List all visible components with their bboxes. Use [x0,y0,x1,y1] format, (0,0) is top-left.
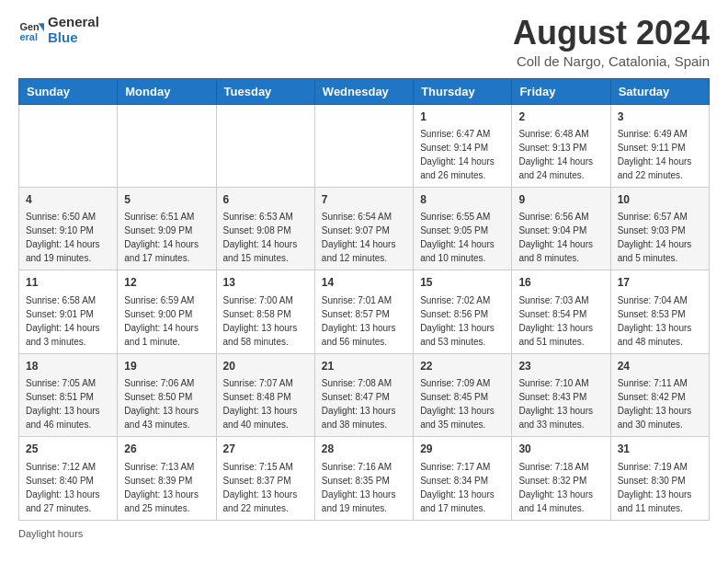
day-number: 9 [518,192,603,208]
header-cell-friday: Friday [512,78,610,104]
day-number: 19 [124,359,209,374]
week-row-0: 1Sunrise: 6:47 AM Sunset: 9:14 PM Daylig… [19,104,710,187]
day-info: Sunrise: 7:06 AM Sunset: 8:50 PM Dayligh… [124,376,209,431]
day-info: Sunrise: 6:51 AM Sunset: 9:09 PM Dayligh… [124,210,209,265]
day-number: 3 [618,109,702,125]
day-info: Sunrise: 6:59 AM Sunset: 9:00 PM Dayligh… [124,293,209,349]
day-info: Sunrise: 7:12 AM Sunset: 8:40 PM Dayligh… [26,460,110,515]
header-cell-thursday: Thursday [414,78,512,104]
day-cell: 26Sunrise: 7:13 AM Sunset: 8:39 PM Dayli… [118,437,216,520]
day-cell: 8Sunrise: 6:55 AM Sunset: 9:05 PM Daylig… [414,187,512,270]
header-cell-saturday: Saturday [610,78,709,104]
day-cell: 17Sunrise: 7:04 AM Sunset: 8:53 PM Dayli… [610,270,709,353]
day-info: Sunrise: 7:11 AM Sunset: 8:42 PM Dayligh… [618,376,702,431]
day-number: 18 [26,359,110,374]
week-row-2: 11Sunrise: 6:58 AM Sunset: 9:01 PM Dayli… [19,270,710,353]
day-number: 16 [518,275,603,291]
header-cell-sunday: Sunday [19,78,118,104]
day-cell [314,104,413,187]
day-number: 5 [124,192,209,208]
day-number: 13 [223,275,308,291]
logo-line2: Blue [48,30,99,46]
day-cell: 31Sunrise: 7:19 AM Sunset: 8:30 PM Dayli… [610,437,709,520]
day-info: Sunrise: 7:10 AM Sunset: 8:43 PM Dayligh… [518,376,603,431]
day-cell: 24Sunrise: 7:11 AM Sunset: 8:42 PM Dayli… [610,353,709,436]
day-info: Sunrise: 7:02 AM Sunset: 8:56 PM Dayligh… [420,293,505,349]
day-number: 7 [322,192,406,208]
day-cell: 18Sunrise: 7:05 AM Sunset: 8:51 PM Dayli… [19,353,118,436]
day-cell: 27Sunrise: 7:15 AM Sunset: 8:37 PM Dayli… [216,437,314,520]
day-number: 29 [420,442,505,457]
day-cell: 15Sunrise: 7:02 AM Sunset: 8:56 PM Dayli… [414,270,512,353]
header-cell-wednesday: Wednesday [314,78,413,104]
footer-note: Daylight hours [18,528,710,539]
logo-icon: Gen eral [18,17,44,43]
day-number: 4 [26,192,110,208]
day-info: Sunrise: 6:50 AM Sunset: 9:10 PM Dayligh… [26,210,110,265]
day-info: Sunrise: 6:49 AM Sunset: 9:11 PM Dayligh… [618,127,702,182]
header-cell-tuesday: Tuesday [216,78,314,104]
day-cell: 13Sunrise: 7:00 AM Sunset: 8:58 PM Dayli… [216,270,314,353]
title-block: August 2024 Coll de Nargo, Catalonia, Sp… [513,15,710,69]
day-cell: 28Sunrise: 7:16 AM Sunset: 8:35 PM Dayli… [314,437,413,520]
day-info: Sunrise: 7:17 AM Sunset: 8:34 PM Dayligh… [420,460,505,515]
calendar-table: SundayMondayTuesdayWednesdayThursdayFrid… [18,78,710,521]
day-info: Sunrise: 7:18 AM Sunset: 8:32 PM Dayligh… [518,460,603,515]
day-number: 31 [618,442,702,457]
day-number: 6 [223,192,308,208]
svg-text:eral: eral [20,30,38,41]
day-info: Sunrise: 6:58 AM Sunset: 9:01 PM Dayligh… [26,293,110,349]
day-number: 24 [618,359,702,374]
header-row: SundayMondayTuesdayWednesdayThursdayFrid… [19,78,710,104]
day-cell [216,104,314,187]
day-number: 2 [518,109,603,125]
header: Gen eral General Blue August 2024 Coll d… [18,15,710,69]
week-row-1: 4Sunrise: 6:50 AM Sunset: 9:10 PM Daylig… [19,187,710,270]
day-cell: 2Sunrise: 6:48 AM Sunset: 9:13 PM Daylig… [512,104,610,187]
day-cell: 4Sunrise: 6:50 AM Sunset: 9:10 PM Daylig… [19,187,118,270]
day-cell: 14Sunrise: 7:01 AM Sunset: 8:57 PM Dayli… [314,270,413,353]
day-info: Sunrise: 7:16 AM Sunset: 8:35 PM Dayligh… [322,460,406,515]
day-cell [19,104,118,187]
day-cell: 10Sunrise: 6:57 AM Sunset: 9:03 PM Dayli… [610,187,709,270]
day-cell: 11Sunrise: 6:58 AM Sunset: 9:01 PM Dayli… [19,270,118,353]
day-info: Sunrise: 7:04 AM Sunset: 8:53 PM Dayligh… [618,293,702,349]
day-number: 15 [420,275,505,291]
logo-line1: General [48,15,99,30]
day-info: Sunrise: 7:15 AM Sunset: 8:37 PM Dayligh… [223,460,308,515]
day-cell: 29Sunrise: 7:17 AM Sunset: 8:34 PM Dayli… [414,437,512,520]
calendar-body: 1Sunrise: 6:47 AM Sunset: 9:14 PM Daylig… [19,104,710,520]
day-cell: 5Sunrise: 6:51 AM Sunset: 9:09 PM Daylig… [118,187,216,270]
day-cell: 9Sunrise: 6:56 AM Sunset: 9:04 PM Daylig… [512,187,610,270]
calendar-header: SundayMondayTuesdayWednesdayThursdayFrid… [19,78,710,104]
day-cell: 1Sunrise: 6:47 AM Sunset: 9:14 PM Daylig… [414,104,512,187]
week-row-3: 18Sunrise: 7:05 AM Sunset: 8:51 PM Dayli… [19,353,710,436]
day-number: 23 [518,359,603,374]
header-cell-monday: Monday [118,78,216,104]
day-number: 8 [420,192,505,208]
day-info: Sunrise: 7:03 AM Sunset: 8:54 PM Dayligh… [518,293,603,349]
day-number: 1 [420,109,505,125]
day-number: 25 [26,442,110,457]
day-number: 28 [322,442,406,457]
day-info: Sunrise: 6:57 AM Sunset: 9:03 PM Dayligh… [618,210,702,265]
day-cell: 19Sunrise: 7:06 AM Sunset: 8:50 PM Dayli… [118,353,216,436]
calendar-subtitle: Coll de Nargo, Catalonia, Spain [513,53,710,69]
day-number: 27 [223,442,308,457]
day-info: Sunrise: 7:07 AM Sunset: 8:48 PM Dayligh… [223,376,308,431]
day-info: Sunrise: 7:01 AM Sunset: 8:57 PM Dayligh… [322,293,406,349]
logo: Gen eral General Blue [18,15,99,45]
day-cell: 30Sunrise: 7:18 AM Sunset: 8:32 PM Dayli… [512,437,610,520]
day-info: Sunrise: 6:53 AM Sunset: 9:08 PM Dayligh… [223,210,308,265]
day-cell: 22Sunrise: 7:09 AM Sunset: 8:45 PM Dayli… [414,353,512,436]
day-cell: 16Sunrise: 7:03 AM Sunset: 8:54 PM Dayli… [512,270,610,353]
day-cell: 23Sunrise: 7:10 AM Sunset: 8:43 PM Dayli… [512,353,610,436]
day-number: 12 [124,275,209,291]
day-cell: 20Sunrise: 7:07 AM Sunset: 8:48 PM Dayli… [216,353,314,436]
day-cell: 21Sunrise: 7:08 AM Sunset: 8:47 PM Dayli… [314,353,413,436]
day-number: 14 [322,275,406,291]
day-number: 22 [420,359,505,374]
day-number: 30 [518,442,603,457]
day-number: 21 [322,359,406,374]
day-info: Sunrise: 6:54 AM Sunset: 9:07 PM Dayligh… [322,210,406,265]
